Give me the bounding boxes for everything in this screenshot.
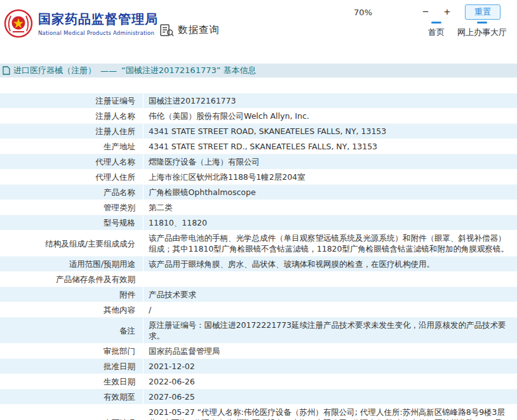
row-value: 该产品用于眼球角膜、房水、晶状体、玻璃体和视网膜的检查，在医疗机构使用。 xyxy=(144,257,517,272)
breadcrumb-separator: —— xyxy=(100,66,117,76)
zoom-level: 70% xyxy=(354,8,372,17)
table-row: 适用范围/预期用途该产品用于眼球角膜、房水、晶状体、玻璃体和视网膜的检查，在医疗… xyxy=(0,257,517,272)
table-row: 注册人住所4341 STATE STREET ROAD, SKANEATELES… xyxy=(0,124,517,139)
row-label: 代理人住所 xyxy=(0,170,144,185)
org-names: 国家药品监督管理局 National Medical Products Admi… xyxy=(38,11,158,36)
table-row: 产品名称广角检眼镜Ophthalmoscope xyxy=(0,185,517,200)
row-label: 生产地址 xyxy=(0,139,144,154)
breadcrumb-category[interactable]: 进口医疗器械（注册） xyxy=(13,65,96,76)
org-name-cn: 国家药品监督管理局 xyxy=(38,11,158,28)
table-row: 结构及组成/主要组成成分该产品由带电池的手柄、光学总成件（单目观察望远镜系统及光… xyxy=(0,231,517,257)
row-label: 其他内容 xyxy=(0,302,144,318)
row-value: 4341 STATE STREET ROAD, SKANEATELES FALL… xyxy=(144,124,517,139)
table-row: 批准日期2021-12-02 xyxy=(0,359,517,374)
table-row: 注册人名称伟伦（美国）股份有限公司Welch Allyn, Inc. xyxy=(0,109,517,124)
home-icon xyxy=(431,22,441,24)
nmpa-emblem-icon xyxy=(4,9,33,38)
table-row: 型号规格11810、11820 xyxy=(0,215,517,231)
nav-data-query[interactable]: 数据查询 xyxy=(160,24,220,37)
row-value: 2021-05-27 “代理人名称:伟伦医疗设备（苏州）有限公司; 代理人住所:… xyxy=(144,405,517,420)
row-label: 产品名称 xyxy=(0,185,144,200)
row-value: 广角检眼镜Ophthalmoscope xyxy=(144,185,517,200)
table-row: 有效期至2027-06-25 xyxy=(0,390,517,405)
row-label: 变更情况 xyxy=(0,405,144,420)
table-row: 审批部门国家药品监督管理局 xyxy=(0,344,517,359)
row-value: 国家药品监督管理局 xyxy=(144,344,517,359)
table-row: 生产地址4341 STATE STREET RD., SKANEATELES F… xyxy=(0,139,517,154)
row-value: 2021-12-02 xyxy=(144,359,517,374)
row-label: 代理人名称 xyxy=(0,154,144,170)
nav-service-hall-label: 网上办事大厅 xyxy=(457,27,507,38)
row-value: 2027-06-25 xyxy=(144,390,517,405)
row-value: / xyxy=(144,302,517,318)
table-row: 其他内容/ xyxy=(0,302,517,318)
document-icon xyxy=(3,66,10,75)
row-label: 适用范围/预期用途 xyxy=(0,257,144,272)
breadcrumb: 进口医疗器械（注册） —— “国械注进20172161773” 基本信息 xyxy=(0,64,517,78)
row-label: 结构及组成/主要组成成分 xyxy=(0,231,144,257)
row-value: 2022-06-26 xyxy=(144,374,517,390)
row-label: 注册人住所 xyxy=(0,124,144,139)
nav-service-hall[interactable]: 网上办事大厅 xyxy=(457,22,507,38)
row-value: 4341 STATE STREET RD., SKANEATELES FALLS… xyxy=(144,139,517,154)
row-value: 产品技术要求 xyxy=(144,287,517,302)
row-value: 熠隆医疗设备（上海）有限公司 xyxy=(144,154,517,170)
row-label: 管理类别 xyxy=(0,200,144,215)
nav-home-label: 首页 xyxy=(428,27,445,38)
zoom-out-button[interactable]: − xyxy=(418,5,433,19)
row-value xyxy=(144,272,517,287)
row-value: 该产品由带电池的手柄、光学总成件（单目观察望远镜系统及光源系统）和附件（眼罩、斜… xyxy=(144,231,517,257)
nmpa-logo: 国家药品监督管理局 National Medical Products Admi… xyxy=(4,9,158,38)
row-label: 备注 xyxy=(0,318,144,344)
table-row: 注册证编号国械注进20172161773 xyxy=(0,93,517,109)
breadcrumb-title: “国械注进20172161773” 基本信息 xyxy=(121,65,257,76)
table-row: 变更情况2021-05-27 “代理人名称:伟伦医疗设备（苏州）有限公司; 代理… xyxy=(0,405,517,420)
table-row: 附件产品技术要求 xyxy=(0,287,517,302)
nav-home[interactable]: 首页 xyxy=(428,22,445,38)
row-label: 注册人名称 xyxy=(0,109,144,124)
row-value: 11810、11820 xyxy=(144,215,517,231)
data-query-label: 数据查询 xyxy=(178,24,220,37)
row-label: 生效日期 xyxy=(0,374,144,390)
table-row: 备注原注册证编号：国械注进20172221773延续注册产品技术要求未发生变化，… xyxy=(0,318,517,344)
table-row: 管理类别第二类 xyxy=(0,200,517,215)
service-hall-icon xyxy=(477,22,487,24)
row-label: 注册证编号 xyxy=(0,93,144,109)
org-name-en: National Medical Products Administration xyxy=(38,30,158,36)
row-label: 审批部门 xyxy=(0,344,144,359)
table-row: 产品储存条件及有效期 xyxy=(0,272,517,287)
info-table-body: 注册证编号国械注进20172161773注册人名称伟伦（美国）股份有限公司Wel… xyxy=(0,93,517,420)
registration-info-table: 注册证编号国械注进20172161773注册人名称伟伦（美国）股份有限公司Wel… xyxy=(0,93,517,420)
row-value: 伟伦（美国）股份有限公司Welch Allyn, Inc. xyxy=(144,109,517,124)
row-label: 产品储存条件及有效期 xyxy=(0,272,144,287)
row-label: 批准日期 xyxy=(0,359,144,374)
header: 国家药品监督管理局 National Medical Products Admi… xyxy=(0,0,517,64)
table-row: 生效日期2022-06-26 xyxy=(0,374,517,390)
zoom-in-button[interactable]: + xyxy=(440,5,455,19)
row-value: 上海市徐汇区钦州北路1188号1幢2层204室 xyxy=(144,170,517,185)
row-label: 附件 xyxy=(0,287,144,302)
row-value: 国械注进20172161773 xyxy=(144,93,517,109)
row-value: 原注册证编号：国械注进20172221773延续注册产品技术要求未发生变化，沿用… xyxy=(144,318,517,344)
row-label: 型号规格 xyxy=(0,215,144,231)
row-value: 第二类 xyxy=(144,200,517,215)
table-row: 代理人名称熠隆医疗设备（上海）有限公司 xyxy=(0,154,517,170)
table-row: 代理人住所上海市徐汇区钦州北路1188号1幢2层204室 xyxy=(0,170,517,185)
row-label: 有效期至 xyxy=(0,390,144,405)
data-query-icon xyxy=(160,24,174,37)
reset-button[interactable]: 重置 xyxy=(465,4,500,20)
